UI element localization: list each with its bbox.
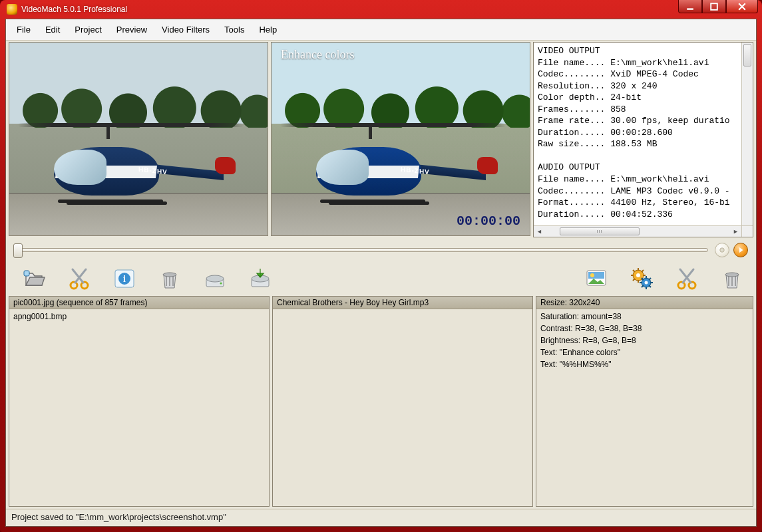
svg-point-2 [720,248,724,252]
panel-files-header[interactable]: pic0001.jpg (sequence of 857 frames) [9,297,269,309]
svg-text:i: i [123,274,126,284]
toolbar-left: i [21,265,274,292]
trash-icon[interactable] [719,265,745,292]
titlebar[interactable]: VideoMach 5.0.1 Professional [5,0,757,19]
trash-icon[interactable] [156,265,183,292]
helicopter-image: HB-ZHV [30,116,232,204]
minimize-button[interactable] [678,0,702,13]
menu-help[interactable]: Help [252,22,284,37]
svg-point-24 [725,273,739,277]
image-adjust-icon[interactable] [583,265,610,292]
scroll-right-arrow-icon[interactable]: ► [730,226,741,237]
window-frame: VideoMach 5.0.1 Professional File Edit P… [0,0,762,532]
export-disk-icon[interactable] [247,265,274,292]
svg-point-21 [645,281,648,285]
panel-files-list[interactable]: apng0001.bmp [9,309,269,506]
svg-rect-0 [687,8,693,9]
panel-source-files: pic0001.jpg (sequence of 857 frames) apn… [9,296,270,507]
status-bar: Project saved to "E:\mm_work\projects\sc… [6,509,756,526]
menu-video-filters[interactable]: Video Filters [155,22,216,37]
panel-audio-files: Chemical Brothers - Hey Boy Hey Girl.mp3 [272,296,533,507]
list-item[interactable]: apng0001.bmp [9,311,269,323]
svg-rect-1 [711,3,717,10]
close-button[interactable] [726,0,758,13]
bottom-panels: pic0001.jpg (sequence of 857 frames) apn… [6,296,756,507]
scroll-left-arrow-icon[interactable]: ◄ [534,226,545,237]
panel-filters: Resize: 320x240 Saturation: amount=38 Co… [536,296,753,507]
list-item[interactable]: Text: "%%HMS%%" [536,358,753,370]
svg-point-17 [590,273,594,277]
menu-tools[interactable]: Tools [218,22,251,37]
svg-rect-3 [24,271,29,276]
svg-point-12 [220,282,222,284]
menu-file[interactable]: File [10,22,37,37]
menu-preview[interactable]: Preview [110,22,154,37]
svg-point-11 [206,275,224,282]
preview-output[interactable]: HB-ZHV Enhance colors 00:00:00 [271,42,530,236]
panel-filters-header[interactable]: Resize: 320x240 [536,297,753,309]
menu-edit[interactable]: Edit [39,22,67,37]
preview-row: HB-ZHV HB-ZHV Enhance colors 00:00:00 VI… [6,41,756,237]
cut-scissors-icon[interactable] [66,265,93,292]
toolbar-right [583,265,745,292]
info-vertical-scrollbar[interactable] [741,43,753,225]
play-button[interactable] [733,243,748,257]
svg-point-19 [636,273,640,277]
cut-scissors-icon[interactable] [673,265,700,292]
client-area: File Edit Project Preview Video Filters … [5,19,757,527]
toolbars: i [6,261,756,296]
record-button[interactable] [715,243,729,257]
info-icon[interactable]: i [111,265,138,292]
helicopter-image: HB-ZHV [292,116,494,204]
list-item[interactable]: Contrast: R=38, G=38, B=38 [536,323,753,334]
panel-audio-list[interactable] [273,309,532,506]
maximize-button[interactable] [702,0,726,13]
disk-icon[interactable] [202,265,228,292]
settings-gears-icon[interactable] [628,265,655,292]
menu-project[interactable]: Project [68,22,108,37]
list-item[interactable]: Text: "Enhance colors" [536,346,753,358]
status-text: Project saved to "E:\mm_work\projects\sc… [11,512,226,522]
seek-thumb[interactable] [13,243,23,258]
output-info-text[interactable]: VIDEO OUTPUT File name.... E:\mm_work\he… [534,43,753,223]
seek-slider[interactable] [14,248,708,252]
preview-source[interactable]: HB-ZHV [9,42,268,236]
menu-bar: File Edit Project Preview Video Filters … [6,19,756,41]
svg-point-9 [163,273,176,277]
list-item[interactable]: Saturation: amount=38 [536,311,753,323]
seek-row [6,237,756,261]
app-icon [7,4,17,15]
output-info-panel: VIDEO OUTPUT File name.... E:\mm_work\he… [533,42,753,237]
list-item[interactable]: Brightness: R=8, G=8, B=8 [536,334,753,346]
overlay-text-enhance: Enhance colors [281,48,354,62]
window-title: VideoMach 5.0.1 Professional [21,5,127,14]
info-horizontal-scrollbar[interactable]: ◄ ► [534,225,741,237]
panel-audio-header[interactable]: Chemical Brothers - Hey Boy Hey Girl.mp3 [273,297,532,309]
panel-filters-list[interactable]: Saturation: amount=38 Contrast: R=38, G=… [536,309,753,506]
open-file-icon[interactable] [21,265,47,292]
overlay-text-timecode: 00:00:00 [457,213,520,229]
window-buttons [678,0,758,13]
